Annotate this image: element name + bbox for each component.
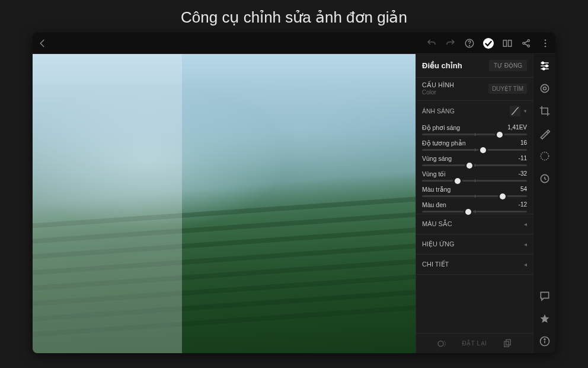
- detail-section-label: CHI TIẾT: [422, 261, 449, 268]
- exposure-slider[interactable]: Độ phơi sáng1,41EV: [416, 121, 533, 137]
- effects-section-header[interactable]: HIỆU ỨNG◂: [416, 234, 533, 254]
- svg-point-9: [545, 45, 547, 47]
- adjust-panel: Điều chỉnh TỰ ĐỘNG CẤU HÌNH Color DUYỆT …: [416, 54, 533, 353]
- terrace-decoration: [33, 198, 416, 353]
- svg-point-14: [545, 65, 547, 66]
- tool-rail: [533, 54, 555, 353]
- previous-version-icon[interactable]: [436, 338, 447, 349]
- lens-icon[interactable]: [539, 83, 551, 94]
- whites-value: 54: [520, 186, 527, 193]
- blacks-value: -12: [519, 201, 527, 208]
- auto-button[interactable]: TỰ ĐỘNG: [489, 60, 527, 71]
- page-title: Công cụ chỉnh sửa ảnh đơn giản: [0, 0, 588, 33]
- detail-section-header[interactable]: CHI TIẾT◂: [416, 254, 533, 275]
- comment-icon[interactable]: [539, 290, 551, 302]
- compare-icon[interactable]: [502, 38, 513, 49]
- svg-point-7: [545, 39, 547, 41]
- apply-check-icon[interactable]: [483, 38, 494, 49]
- copy-settings-icon[interactable]: [502, 338, 513, 349]
- highlights-thumb[interactable]: [466, 163, 472, 169]
- svg-point-6: [528, 45, 529, 46]
- exposure-value: 1,41EV: [507, 124, 527, 131]
- profile-label: CẤU HÌNH: [422, 81, 454, 88]
- shadows-slider[interactable]: Vùng tối-32: [416, 167, 533, 183]
- svg-point-21: [544, 339, 545, 340]
- svg-point-18: [541, 152, 548, 160]
- profile-value: Color: [422, 89, 454, 96]
- app-frame: Điều chỉnh TỰ ĐỘNG CẤU HÌNH Color DUYỆT …: [33, 33, 555, 353]
- highlights-label: Vùng sáng: [422, 155, 452, 162]
- chevron-left-icon: ◂: [524, 241, 527, 248]
- contrast-thumb[interactable]: [480, 147, 486, 153]
- help-icon[interactable]: [464, 38, 475, 49]
- undo-icon[interactable]: [426, 38, 437, 49]
- sliders-icon[interactable]: [539, 60, 551, 72]
- reset-button[interactable]: ĐẶT LẠI: [462, 340, 487, 347]
- share-icon[interactable]: [521, 38, 532, 49]
- shadows-value: -32: [519, 170, 527, 177]
- contrast-label: Độ tương phản: [422, 139, 466, 147]
- redo-icon[interactable]: [445, 38, 456, 49]
- topbar: [33, 33, 555, 54]
- svg-point-1: [469, 45, 470, 46]
- effects-section-label: HIỆU ỨNG: [422, 240, 455, 248]
- crop-icon[interactable]: [539, 105, 551, 117]
- svg-point-10: [438, 341, 443, 346]
- heal-brush-icon[interactable]: [539, 128, 551, 139]
- light-section-label: ÁNH SÁNG: [422, 107, 455, 115]
- color-section-label: MÀU SẮC: [422, 220, 452, 228]
- panel-title: Điều chỉnh: [422, 61, 462, 70]
- svg-point-13: [542, 62, 544, 64]
- svg-point-5: [528, 39, 529, 41]
- svg-point-4: [523, 42, 525, 44]
- star-icon[interactable]: [539, 313, 551, 325]
- svg-rect-3: [509, 40, 512, 46]
- radial-filter-icon[interactable]: [539, 150, 551, 162]
- history-icon[interactable]: [539, 173, 551, 185]
- chevron-left-icon: ◂: [524, 221, 527, 227]
- blacks-slider[interactable]: Màu đen-12: [416, 198, 533, 214]
- svg-point-16: [541, 84, 548, 92]
- shadows-thumb[interactable]: [455, 178, 461, 184]
- chevron-left-icon: ◂: [524, 261, 527, 268]
- color-section-header[interactable]: MÀU SẮC◂: [416, 214, 533, 234]
- panel-footer: ĐẶT LẠI: [416, 333, 533, 353]
- svg-rect-2: [503, 40, 506, 46]
- light-section-header[interactable]: ÁNH SÁNG ▾: [416, 100, 533, 121]
- shadows-label: Vùng tối: [422, 170, 446, 177]
- highlights-slider[interactable]: Vùng sáng-11: [416, 152, 533, 167]
- svg-point-15: [542, 68, 544, 69]
- back-icon[interactable]: [37, 38, 48, 49]
- whites-label: Màu trắng: [422, 186, 450, 193]
- exposure-label: Độ phơi sáng: [422, 124, 460, 131]
- exposure-thumb[interactable]: [497, 132, 503, 138]
- chevron-down-icon: ▾: [524, 108, 527, 114]
- more-icon[interactable]: [540, 38, 551, 49]
- whites-slider[interactable]: Màu trắng54: [416, 183, 533, 198]
- contrast-value: 16: [520, 139, 527, 147]
- whites-thumb[interactable]: [500, 193, 506, 199]
- tone-curve-icon[interactable]: [510, 106, 520, 116]
- contrast-slider[interactable]: Độ tương phản16: [416, 137, 533, 152]
- blacks-label: Màu đen: [422, 201, 446, 208]
- svg-point-8: [545, 42, 547, 44]
- blacks-thumb[interactable]: [465, 209, 471, 215]
- image-canvas[interactable]: [33, 54, 416, 353]
- svg-point-17: [543, 87, 546, 90]
- info-icon[interactable]: [539, 335, 551, 347]
- highlights-value: -11: [519, 155, 527, 162]
- browse-profiles-button[interactable]: DUYỆT TÌM: [488, 84, 527, 94]
